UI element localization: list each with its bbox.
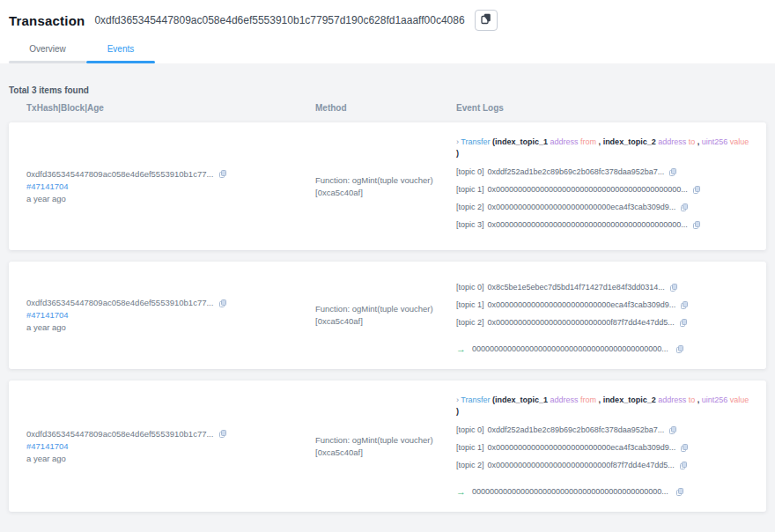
event-name[interactable]: Transfer (461, 395, 492, 404)
event-logs-cell: [topic 0]0x8c5be1e5ebec7d5bd14f71427d1e8… (456, 276, 752, 355)
topics-list: [topic 0]0xddf252ad1be2c89b69c2b068fc378… (456, 166, 752, 231)
event-signature: › Transfer (index_topic_1 address from ,… (456, 395, 752, 417)
topic-line: [topic 0]0xddf252ad1be2c89b69c2b068fc378… (456, 166, 752, 178)
signature-token: address (550, 137, 581, 146)
signature-token: value (730, 137, 749, 146)
signature-token: (index_topic_1 (492, 137, 550, 146)
method-selector: [0xca5c40af] (315, 187, 456, 199)
data-value: 0000000000000000000000000000000000000000… (472, 485, 668, 498)
copy-icon[interactable] (670, 284, 677, 292)
copy-icon[interactable] (669, 426, 676, 434)
data-line: → 00000000000000000000000000000000000000… (456, 485, 752, 498)
column-header-method: Method (315, 103, 456, 113)
topic-label: [topic 1] (456, 299, 484, 311)
copy-icon[interactable] (676, 488, 683, 496)
page-title: Transaction (9, 13, 85, 28)
copy-icon[interactable] (219, 430, 226, 438)
tab-events[interactable]: Events (86, 44, 155, 63)
row-txhash: 0xdfd365345447809ac058e4d6ef5553910b1c77… (26, 428, 213, 440)
row-txhash: 0xdfd365345447809ac058e4d6ef5553910b1c77… (26, 297, 213, 309)
topic-label: [topic 1] (456, 183, 484, 196)
event-name[interactable]: Transfer (461, 137, 492, 146)
event-row: 0xdfd365345447809ac058e4d6ef5553910b1c77… (9, 381, 766, 512)
topic-label: [topic 1] (456, 441, 484, 454)
event-rows-container: 0xdfd365345447809ac058e4d6ef5553910b1c77… (0, 122, 775, 512)
signature-token: address (550, 395, 581, 404)
topic-label: [topic 0] (456, 281, 484, 293)
signature-token: address (658, 395, 689, 404)
topic-line: [topic 0]0x8c5be1e5ebec7d5bd14f71427d1e8… (456, 281, 752, 293)
block-link[interactable]: #47141704 (26, 309, 69, 321)
topic-label: [topic 0] (456, 424, 484, 436)
topic-value: 0x00000000000000000000000000eca4f3cab309… (488, 201, 676, 213)
topic-line: [topic 0]0xddf252ad1be2c89b69c2b068fc378… (456, 424, 752, 436)
copy-icon[interactable] (219, 299, 226, 307)
copy-icon[interactable] (219, 170, 226, 178)
method-cell: Function: ogMint(tuple voucher) [0xca5c4… (315, 174, 456, 199)
topic-label: [topic 0] (456, 166, 484, 178)
topic-value: 0xddf252ad1be2c89b69c2b068fc378daa952ba7… (488, 166, 665, 178)
topic-label: [topic 2] (456, 201, 484, 213)
topic-line: [topic 2]0x00000000000000000000000000f87… (456, 316, 752, 329)
column-header-txhash: TxHash|Block|Age (26, 103, 315, 113)
topics-list: [topic 0]0xddf252ad1be2c89b69c2b068fc378… (456, 424, 752, 471)
row-age: a year ago (26, 321, 315, 334)
copy-hash-button[interactable] (475, 10, 498, 31)
topic-line: [topic 2]0x00000000000000000000000000eca… (456, 201, 752, 213)
copy-icon[interactable] (681, 444, 688, 452)
transaction-hash: 0xdfd365345447809ac058e4d6ef5553910b1c77… (94, 14, 464, 26)
topic-value: 0x00000000000000000000000000f87f7dd4e47d… (488, 459, 675, 471)
row-age: a year ago (26, 193, 315, 205)
topic-line: [topic 1]0x00000000000000000000000000eca… (456, 299, 752, 311)
signature-token: uint256 (702, 395, 730, 404)
copy-icon[interactable] (693, 186, 700, 194)
copy-icon[interactable] (680, 319, 687, 327)
method-function: Function: ogMint(tuple voucher) (315, 303, 456, 315)
signature-token: to (689, 137, 698, 146)
copy-icon[interactable] (681, 301, 688, 309)
topic-line: [topic 2]0x00000000000000000000000000f87… (456, 459, 752, 471)
copy-icon[interactable] (669, 168, 676, 176)
block-link[interactable]: #47141704 (26, 440, 69, 453)
data-arrow-icon: → (456, 344, 466, 353)
row-age: a year ago (26, 453, 315, 465)
topic-value: 0x00000000000000000000000000eca4f3cab309… (488, 441, 676, 454)
signature-token: to (689, 395, 698, 404)
tab-events-label: Events (107, 44, 135, 54)
tab-underline (9, 61, 86, 63)
method-selector: [0xca5c40af] (315, 315, 456, 328)
event-row: 0xdfd365345447809ac058e4d6ef5553910b1c77… (9, 262, 766, 369)
event-signature: › Transfer (index_topic_1 address from ,… (456, 137, 752, 159)
tab-bar: Overview Events (9, 44, 766, 63)
topic-value: 0x00000000000000000000000000f87f7dd4e47d… (488, 316, 675, 329)
row-txhash: 0xdfd365345447809ac058e4d6ef5553910b1c77… (26, 168, 213, 181)
method-function: Function: ogMint(tuple voucher) (315, 174, 456, 187)
topic-line: [topic 1]0x00000000000000000000000000000… (456, 183, 752, 196)
results-summary: Total 3 items found (9, 85, 766, 95)
event-row: 0xdfd365345447809ac058e4d6ef5553910b1c77… (9, 122, 766, 250)
column-header-eventlogs: Event Logs (456, 103, 752, 113)
data-value: 0000000000000000000000000000000000000000… (472, 343, 668, 355)
method-selector: [0xca5c40af] (315, 447, 456, 459)
copy-icon[interactable] (693, 221, 700, 229)
method-cell: Function: ogMint(tuple voucher) [0xca5c4… (315, 303, 456, 328)
topic-value: 0x00000000000000000000000000000000000000… (488, 218, 688, 231)
data-arrow-icon: → (456, 487, 466, 496)
signature-token: ) (456, 407, 459, 416)
data-line: → 00000000000000000000000000000000000000… (456, 343, 752, 355)
copy-icon[interactable] (676, 345, 683, 353)
copy-icon[interactable] (681, 203, 688, 211)
tab-overview[interactable]: Overview (9, 44, 86, 63)
block-link[interactable]: #47141704 (26, 181, 69, 193)
signature-token: index_topic_2 (603, 395, 659, 404)
copy-icon (481, 13, 491, 27)
topic-value: 0xddf252ad1be2c89b69c2b068fc378daa952ba7… (488, 424, 665, 436)
copy-icon[interactable] (680, 462, 687, 469)
txhash-block-age-cell: 0xdfd365345447809ac058e4d6ef5553910b1c77… (26, 297, 315, 334)
topic-line: [topic 3]0x00000000000000000000000000000… (456, 218, 752, 231)
txhash-block-age-cell: 0xdfd365345447809ac058e4d6ef5553910b1c77… (26, 428, 315, 465)
topic-value: 0x00000000000000000000000000000000000000… (488, 183, 688, 196)
signature-token: ) (456, 149, 459, 158)
method-function: Function: ogMint(tuple voucher) (315, 434, 456, 447)
tab-underline-active (86, 61, 155, 63)
